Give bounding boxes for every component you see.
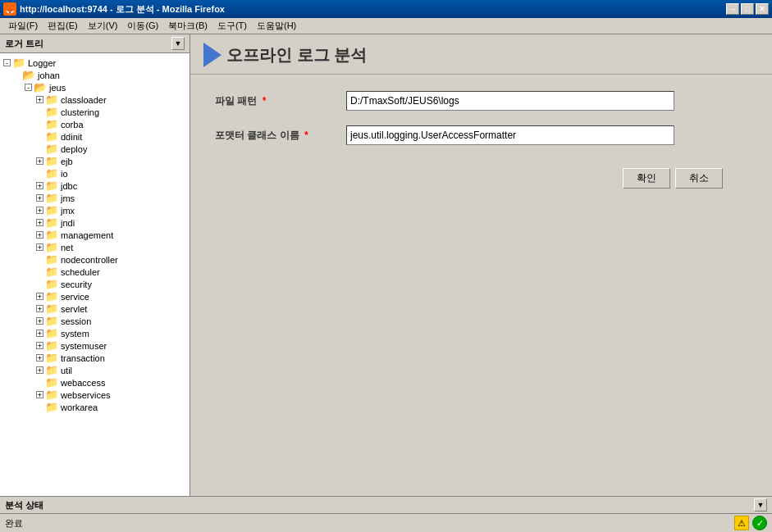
- expander-net[interactable]: +: [36, 243, 43, 251]
- tree-node-service[interactable]: + 📁 service: [0, 290, 190, 302]
- expander-jdbc[interactable]: +: [36, 182, 43, 189]
- tree-label-ejb: ejb: [61, 157, 73, 166]
- warning-icon: ⚠: [734, 516, 749, 530]
- minimize-button[interactable]: ─: [726, 3, 739, 15]
- file-pattern-label: 파일 패턴 *: [215, 94, 346, 108]
- expander-jndi[interactable]: +: [36, 219, 43, 226]
- tree-node-ddinit[interactable]: 📁 ddinit: [0, 130, 190, 143]
- tree-node-util[interactable]: + 📁 util: [0, 364, 190, 376]
- formatter-class-input[interactable]: [346, 125, 674, 145]
- status-bar: 완료 ⚠ ✓: [0, 514, 772, 532]
- expander-service[interactable]: +: [36, 293, 43, 300]
- panel-scroll-button[interactable]: ▼: [171, 37, 185, 50]
- expander-jmx[interactable]: +: [36, 207, 43, 214]
- tree-node-security[interactable]: 📁 security: [0, 278, 190, 290]
- folder-icon-management: 📁: [45, 230, 58, 240]
- expander-servlet[interactable]: +: [36, 305, 43, 312]
- menu-bookmarks[interactable]: 북마크(B): [163, 18, 212, 34]
- tree-node-jmx[interactable]: + 📁 jmx: [0, 204, 190, 216]
- tree-node-system[interactable]: + 📁 system: [0, 327, 190, 339]
- tree-node-jndi[interactable]: + 📁 jndi: [0, 216, 190, 229]
- maximize-button[interactable]: □: [741, 3, 754, 15]
- folder-icon-util: 📁: [45, 365, 58, 375]
- tree-node-jdbc[interactable]: + 📁 jdbc: [0, 180, 190, 192]
- folder-icon-jdbc: 📁: [45, 180, 58, 191]
- tree-node-servlet[interactable]: + 📁 servlet: [0, 302, 190, 315]
- expander-ejb[interactable]: +: [36, 157, 43, 165]
- tree-node-workarea[interactable]: 📁 workarea: [0, 401, 190, 413]
- folder-icon-corba: 📁: [45, 119, 58, 130]
- expander-util[interactable]: +: [36, 366, 43, 374]
- tree-node-session[interactable]: + 📁 session: [0, 315, 190, 327]
- tree-node-webaccess[interactable]: 📁 webaccess: [0, 376, 190, 389]
- folder-icon-system: 📁: [45, 328, 58, 339]
- tree-panel-title: 로거 트리: [5, 38, 43, 50]
- expander-jeus[interactable]: -: [25, 84, 32, 91]
- tree-label-net: net: [61, 243, 73, 252]
- confirm-button[interactable]: 확인: [623, 168, 670, 189]
- app-icon: 🦊: [3, 2, 16, 16]
- menu-edit[interactable]: 편집(E): [43, 18, 83, 34]
- tree-label-security: security: [61, 280, 92, 289]
- tree-node-clustering[interactable]: 📁 clustering: [0, 106, 190, 118]
- ok-icon: ✓: [752, 516, 767, 530]
- formatter-class-row: 포맷터 클래스 이름 *: [215, 125, 747, 145]
- right-panel-header: 오프라인 로그 분석: [190, 34, 772, 75]
- page-title: 오프라인 로그 분석: [226, 44, 367, 66]
- folder-icon-ejb: 📁: [45, 156, 58, 166]
- expander-session[interactable]: +: [36, 317, 43, 325]
- right-panel: 오프라인 로그 분석 파일 패턴 * 포맷터 클래스 이름 *: [190, 34, 772, 496]
- tree-node-johan[interactable]: 📂 johan: [0, 69, 190, 81]
- tree-label-jeus: jeus: [49, 83, 66, 93]
- tree-node-logger[interactable]: - 📁 Logger: [0, 57, 190, 69]
- tree-node-net[interactable]: + 📁 net: [0, 241, 190, 253]
- formatter-class-label: 포맷터 클래스 이름 *: [215, 129, 346, 143]
- status-dropdown-button[interactable]: ▼: [754, 498, 767, 512]
- tree-label-scheduler: scheduler: [61, 267, 100, 277]
- tree-node-jms[interactable]: + 📁 jms: [0, 192, 190, 204]
- tree-node-nodecontroller[interactable]: 📁 nodecontroller: [0, 253, 190, 266]
- tree-label-jms: jms: [61, 193, 75, 203]
- menu-help[interactable]: 도움말(H): [252, 18, 301, 34]
- tree-node-webservices[interactable]: + 📁 webservices: [0, 389, 190, 401]
- tree-node-io[interactable]: 📁 io: [0, 167, 190, 180]
- menu-view[interactable]: 보기(V): [83, 18, 123, 34]
- tree-node-jeus[interactable]: - 📂 jeus: [0, 81, 190, 93]
- tree-node-classloader[interactable]: + 📁 classloader: [0, 93, 190, 106]
- tree-label-jdbc: jdbc: [61, 181, 77, 191]
- tree-node-scheduler[interactable]: 📁 scheduler: [0, 266, 190, 278]
- cancel-button[interactable]: 취소: [675, 168, 723, 189]
- folder-icon-jmx: 📁: [45, 205, 58, 216]
- menu-file[interactable]: 파일(F): [3, 18, 43, 34]
- expander-logger[interactable]: -: [3, 59, 11, 66]
- header-arrow-icon: [203, 43, 222, 67]
- file-pattern-input[interactable]: [346, 91, 674, 111]
- tree-node-systemuser[interactable]: + 📁 systemuser: [0, 339, 190, 352]
- status-area-label: 분석 상태: [5, 499, 43, 512]
- tree-scroll-area[interactable]: - 📁 Logger 📂 johan -: [0, 53, 190, 496]
- tree-node-corba[interactable]: 📁 corba: [0, 118, 190, 130]
- menu-tools[interactable]: 도구(T): [212, 18, 252, 34]
- folder-icon-net: 📁: [45, 242, 58, 252]
- tree-label-deploy: deploy: [61, 144, 87, 154]
- tree-node-transaction[interactable]: + 📁 transaction: [0, 352, 190, 364]
- close-button[interactable]: ✕: [756, 3, 769, 15]
- expander-management[interactable]: +: [36, 231, 43, 239]
- expander-system[interactable]: +: [36, 330, 43, 337]
- tree-node-deploy[interactable]: 📁 deploy: [0, 143, 190, 155]
- expander-systemuser[interactable]: +: [36, 342, 43, 349]
- tree-node-ejb[interactable]: + 📁 ejb: [0, 155, 190, 167]
- expander-jms[interactable]: +: [36, 194, 43, 202]
- folder-icon-workarea: 📁: [45, 402, 58, 412]
- folder-icon-scheduler: 📁: [45, 266, 58, 277]
- expander-webservices[interactable]: +: [36, 391, 43, 398]
- main-container: 로거 트리 ▼ - 📁 Logger 📂: [0, 34, 772, 532]
- expander-transaction[interactable]: +: [36, 354, 43, 361]
- menu-go[interactable]: 이동(G): [122, 18, 163, 34]
- expander-classloader[interactable]: +: [36, 96, 43, 103]
- status-top-bar: 분석 상태 ▼: [0, 497, 772, 514]
- tree-label-webaccess: webaccess: [61, 378, 105, 388]
- folder-icon-jms: 📁: [45, 193, 58, 203]
- tree-node-management[interactable]: + 📁 management: [0, 229, 190, 241]
- file-pattern-row: 파일 패턴 *: [215, 91, 747, 111]
